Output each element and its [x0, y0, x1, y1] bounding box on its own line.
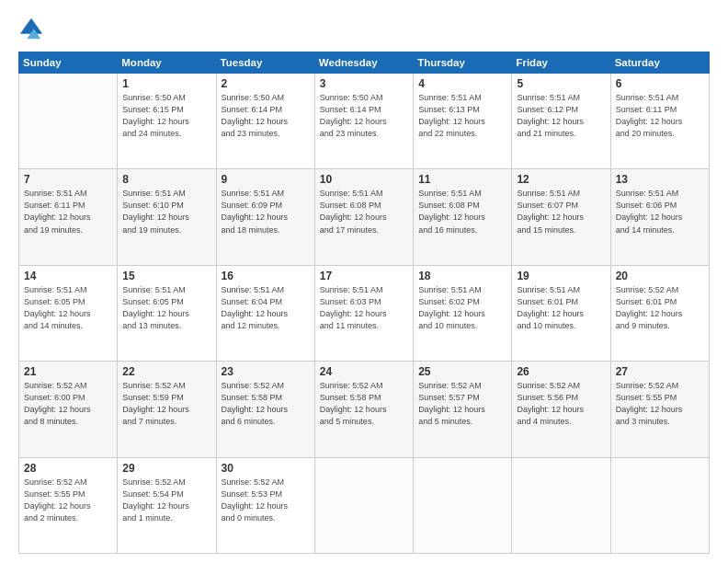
day-cell: 28Sunrise: 5:52 AM Sunset: 5:55 PM Dayli… — [19, 457, 118, 553]
day-number: 15 — [122, 270, 210, 282]
week-row-2: 7Sunrise: 5:51 AM Sunset: 6:11 PM Daylig… — [19, 169, 710, 265]
day-number: 2 — [222, 77, 310, 90]
day-info: Sunrise: 5:51 AM Sunset: 6:02 PM Dayligh… — [418, 284, 506, 332]
day-cell: 23Sunrise: 5:52 AM Sunset: 5:58 PM Dayli… — [216, 362, 314, 457]
col-header-friday: Friday — [512, 52, 610, 74]
col-header-monday: Monday — [118, 52, 216, 74]
day-number: 29 — [122, 462, 210, 475]
day-number: 7 — [24, 173, 112, 186]
day-cell: 2Sunrise: 5:50 AM Sunset: 6:14 PM Daylig… — [216, 74, 314, 169]
day-number: 19 — [517, 270, 605, 282]
day-info: Sunrise: 5:52 AM Sunset: 5:59 PM Dayligh… — [122, 380, 210, 428]
day-cell: 4Sunrise: 5:51 AM Sunset: 6:13 PM Daylig… — [414, 74, 512, 169]
day-info: Sunrise: 5:52 AM Sunset: 5:54 PM Dayligh… — [122, 477, 210, 524]
day-number: 23 — [222, 365, 310, 378]
day-number: 11 — [418, 173, 506, 186]
day-number: 5 — [517, 77, 605, 90]
day-number: 24 — [320, 365, 408, 378]
day-info: Sunrise: 5:52 AM Sunset: 5:56 PM Dayligh… — [517, 380, 605, 428]
header — [18, 17, 710, 42]
week-row-4: 21Sunrise: 5:52 AM Sunset: 6:00 PM Dayli… — [19, 362, 710, 457]
logo-icon — [18, 17, 44, 42]
day-info: Sunrise: 5:51 AM Sunset: 6:06 PM Dayligh… — [616, 188, 704, 236]
day-number: 20 — [616, 270, 704, 282]
logo — [18, 17, 48, 42]
day-number: 9 — [222, 173, 310, 186]
day-info: Sunrise: 5:52 AM Sunset: 6:01 PM Dayligh… — [616, 284, 704, 332]
calendar-table: SundayMondayTuesdayWednesdayThursdayFrid… — [18, 52, 710, 554]
day-cell: 18Sunrise: 5:51 AM Sunset: 6:02 PM Dayli… — [414, 265, 512, 361]
day-cell: 14Sunrise: 5:51 AM Sunset: 6:05 PM Dayli… — [19, 265, 118, 361]
day-number: 3 — [320, 77, 408, 90]
day-cell — [512, 457, 610, 553]
day-info: Sunrise: 5:51 AM Sunset: 6:08 PM Dayligh… — [320, 188, 408, 236]
week-row-5: 28Sunrise: 5:52 AM Sunset: 5:55 PM Dayli… — [19, 457, 710, 553]
day-info: Sunrise: 5:51 AM Sunset: 6:13 PM Dayligh… — [418, 92, 506, 140]
week-row-3: 14Sunrise: 5:51 AM Sunset: 6:05 PM Dayli… — [19, 265, 710, 361]
day-number: 10 — [320, 173, 408, 186]
day-info: Sunrise: 5:51 AM Sunset: 6:05 PM Dayligh… — [24, 284, 112, 332]
day-info: Sunrise: 5:51 AM Sunset: 6:04 PM Dayligh… — [222, 284, 310, 332]
day-cell: 3Sunrise: 5:50 AM Sunset: 6:14 PM Daylig… — [314, 74, 413, 169]
day-cell: 16Sunrise: 5:51 AM Sunset: 6:04 PM Dayli… — [216, 265, 314, 361]
col-header-saturday: Saturday — [610, 52, 709, 74]
day-number: 27 — [616, 365, 704, 378]
day-number: 25 — [418, 365, 506, 378]
col-header-wednesday: Wednesday — [314, 52, 413, 74]
day-number: 4 — [418, 77, 506, 90]
day-info: Sunrise: 5:51 AM Sunset: 6:09 PM Dayligh… — [222, 188, 310, 236]
day-number: 28 — [24, 462, 112, 475]
day-cell: 22Sunrise: 5:52 AM Sunset: 5:59 PM Dayli… — [118, 362, 216, 457]
day-info: Sunrise: 5:51 AM Sunset: 6:11 PM Dayligh… — [616, 92, 704, 140]
day-number: 30 — [222, 462, 310, 475]
day-info: Sunrise: 5:52 AM Sunset: 6:00 PM Dayligh… — [24, 380, 112, 428]
day-info: Sunrise: 5:51 AM Sunset: 6:12 PM Dayligh… — [517, 92, 605, 140]
day-cell: 7Sunrise: 5:51 AM Sunset: 6:11 PM Daylig… — [19, 169, 118, 265]
day-cell: 19Sunrise: 5:51 AM Sunset: 6:01 PM Dayli… — [512, 265, 610, 361]
day-cell: 12Sunrise: 5:51 AM Sunset: 6:07 PM Dayli… — [512, 169, 610, 265]
day-info: Sunrise: 5:51 AM Sunset: 6:05 PM Dayligh… — [122, 284, 210, 332]
day-number: 21 — [24, 365, 112, 378]
day-info: Sunrise: 5:52 AM Sunset: 5:55 PM Dayligh… — [616, 380, 704, 428]
day-cell: 6Sunrise: 5:51 AM Sunset: 6:11 PM Daylig… — [610, 74, 709, 169]
day-info: Sunrise: 5:51 AM Sunset: 6:08 PM Dayligh… — [418, 188, 506, 236]
day-info: Sunrise: 5:52 AM Sunset: 5:58 PM Dayligh… — [222, 380, 310, 428]
day-cell — [19, 74, 118, 169]
day-info: Sunrise: 5:51 AM Sunset: 6:01 PM Dayligh… — [517, 284, 605, 332]
day-info: Sunrise: 5:52 AM Sunset: 5:58 PM Dayligh… — [320, 380, 408, 428]
day-info: Sunrise: 5:50 AM Sunset: 6:14 PM Dayligh… — [222, 92, 310, 140]
header-row: SundayMondayTuesdayWednesdayThursdayFrid… — [19, 52, 710, 74]
day-number: 6 — [616, 77, 704, 90]
day-info: Sunrise: 5:51 AM Sunset: 6:03 PM Dayligh… — [320, 284, 408, 332]
day-cell: 11Sunrise: 5:51 AM Sunset: 6:08 PM Dayli… — [414, 169, 512, 265]
day-cell — [314, 457, 413, 553]
day-number: 12 — [517, 173, 605, 186]
day-cell: 24Sunrise: 5:52 AM Sunset: 5:58 PM Dayli… — [314, 362, 413, 457]
day-number: 18 — [418, 270, 506, 282]
day-cell: 26Sunrise: 5:52 AM Sunset: 5:56 PM Dayli… — [512, 362, 610, 457]
day-number: 26 — [517, 365, 605, 378]
day-info: Sunrise: 5:50 AM Sunset: 6:14 PM Dayligh… — [320, 92, 408, 140]
day-number: 13 — [616, 173, 704, 186]
day-cell: 21Sunrise: 5:52 AM Sunset: 6:00 PM Dayli… — [19, 362, 118, 457]
day-cell — [610, 457, 709, 553]
day-number: 22 — [122, 365, 210, 378]
day-cell: 1Sunrise: 5:50 AM Sunset: 6:15 PM Daylig… — [118, 74, 216, 169]
day-info: Sunrise: 5:52 AM Sunset: 5:53 PM Dayligh… — [222, 477, 310, 524]
day-cell: 13Sunrise: 5:51 AM Sunset: 6:06 PM Dayli… — [610, 169, 709, 265]
col-header-thursday: Thursday — [414, 52, 512, 74]
day-info: Sunrise: 5:51 AM Sunset: 6:10 PM Dayligh… — [122, 188, 210, 236]
day-info: Sunrise: 5:51 AM Sunset: 6:07 PM Dayligh… — [517, 188, 605, 236]
day-cell — [414, 457, 512, 553]
day-cell: 29Sunrise: 5:52 AM Sunset: 5:54 PM Dayli… — [118, 457, 216, 553]
day-cell: 15Sunrise: 5:51 AM Sunset: 6:05 PM Dayli… — [118, 265, 216, 361]
day-cell: 9Sunrise: 5:51 AM Sunset: 6:09 PM Daylig… — [216, 169, 314, 265]
week-row-1: 1Sunrise: 5:50 AM Sunset: 6:15 PM Daylig… — [19, 74, 710, 169]
day-info: Sunrise: 5:52 AM Sunset: 5:57 PM Dayligh… — [418, 380, 506, 428]
day-number: 16 — [222, 270, 310, 282]
page: SundayMondayTuesdayWednesdayThursdayFrid… — [0, 0, 728, 563]
day-cell: 8Sunrise: 5:51 AM Sunset: 6:10 PM Daylig… — [118, 169, 216, 265]
day-cell: 20Sunrise: 5:52 AM Sunset: 6:01 PM Dayli… — [610, 265, 709, 361]
day-info: Sunrise: 5:50 AM Sunset: 6:15 PM Dayligh… — [122, 92, 210, 140]
day-cell: 10Sunrise: 5:51 AM Sunset: 6:08 PM Dayli… — [314, 169, 413, 265]
